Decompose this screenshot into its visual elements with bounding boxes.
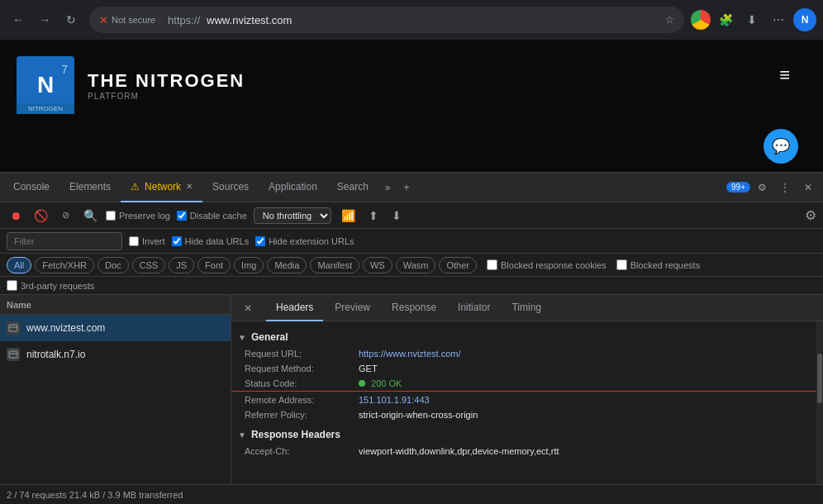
detail-tab-preview[interactable]: Preview — [325, 295, 380, 321]
request-item-0[interactable]: www.nviztest.com — [0, 315, 231, 341]
wifi-icon[interactable]: 📶 — [338, 207, 359, 224]
type-btn-doc[interactable]: Doc — [98, 257, 129, 273]
detail-tab-initiator[interactable]: Initiator — [448, 295, 500, 321]
invert-checkbox[interactable]: Invert — [129, 236, 165, 246]
not-secure-label: Not secure — [112, 15, 155, 25]
detail-row-accept-ch: Accept-Ch: viewport-width,downlink,dpr,d… — [231, 444, 823, 459]
devtools-more-icon[interactable]: ⋮ — [773, 176, 797, 199]
hamburger-menu[interactable]: ≡ — [779, 64, 790, 86]
network-toolbar: ⏺ 🚫 ⊘ 🔍 Preserve log Disable cache No th… — [0, 202, 823, 229]
type-btn-css[interactable]: CSS — [132, 257, 166, 273]
detail-row-status: Status Code: 200 OK — [231, 376, 823, 391]
browser-chrome: ← → ↻ ✕ Not secure | https:// www.nvizte… — [0, 0, 823, 40]
stop-button[interactable]: 🚫 — [31, 207, 50, 225]
extensions-icon[interactable]: 🧩 — [714, 8, 737, 31]
response-headers-section-header[interactable]: ▼ Response Headers — [231, 426, 823, 444]
status-bar-text: 2 / 74 requests 21.4 kB / 3.9 MB transfe… — [7, 490, 183, 500]
tab-application[interactable]: Application — [259, 173, 327, 202]
type-btn-other[interactable]: Other — [439, 257, 477, 273]
upload-icon[interactable]: ⬆ — [365, 207, 382, 224]
main-content: Name www.nviztest.com nitrotalk.n7.io ✕ — [0, 295, 823, 484]
details-close-button[interactable]: ✕ — [238, 298, 258, 318]
forward-button[interactable]: → — [33, 8, 56, 31]
third-party-checkbox[interactable]: 3rd-party requests — [7, 280, 94, 291]
type-btn-font[interactable]: Font — [197, 257, 231, 273]
profile-avatar[interactable]: N — [793, 8, 816, 31]
detail-label-remote: Remote Address: — [245, 395, 352, 405]
logo-letter: N — [37, 72, 54, 98]
tab-network[interactable]: ⚠ Network ✕ — [121, 173, 202, 202]
filter-input[interactable] — [7, 232, 122, 250]
bookmark-icon[interactable]: ☆ — [665, 14, 674, 26]
tab-search[interactable]: Search — [327, 173, 378, 202]
tab-console[interactable]: Console — [3, 173, 59, 202]
network-settings-icon[interactable]: ⚙ — [805, 207, 816, 223]
downloads-icon[interactable]: ⬇ — [740, 8, 764, 31]
refresh-button[interactable]: ↻ — [59, 8, 83, 31]
website-area: 7 N NITROGEN THE NITROGEN PLATFORM ≡ 💬 — [0, 40, 823, 172]
security-indicator: ✕ Not secure | — [99, 14, 161, 26]
tab-more-button[interactable]: » — [378, 182, 397, 193]
tab-add-button[interactable]: + — [397, 182, 416, 193]
requests-header: Name — [0, 295, 231, 315]
detail-row-url: Request URL: https://www.nviztest.com/ — [231, 346, 823, 361]
blocked-response-cookies-checkbox[interactable]: Blocked response cookies — [487, 259, 607, 270]
request-icon-0 — [7, 321, 20, 335]
back-button[interactable]: ← — [7, 8, 30, 31]
devtools-panel: Console Elements ⚠ Network ✕ Sources App… — [0, 172, 823, 504]
type-btn-wasm[interactable]: Wasm — [396, 257, 436, 273]
devtools-close-icon[interactable]: ✕ — [797, 176, 820, 199]
blocked-requests-checkbox[interactable]: Blocked requests — [616, 259, 700, 270]
detail-value-status: 200 OK — [359, 378, 402, 388]
hide-extension-urls-checkbox[interactable]: Hide extension URLs — [255, 236, 354, 246]
disable-cache-checkbox[interactable]: Disable cache — [177, 211, 247, 221]
type-btn-js[interactable]: JS — [169, 257, 194, 273]
company-name-block: THE NITROGEN PLATFORM — [88, 70, 245, 101]
details-content: ▼ General Request URL: https://www.nvizt… — [231, 321, 823, 484]
type-btn-fetch-xhr[interactable]: Fetch/XHR — [35, 257, 94, 273]
nav-buttons: ← → ↻ — [7, 8, 83, 31]
tab-elements[interactable]: Elements — [59, 173, 121, 202]
detail-value-referrer: strict-origin-when-cross-origin — [359, 410, 478, 420]
detail-value-remote[interactable]: 151.101.1.91:443 — [359, 395, 430, 405]
search-button[interactable]: 🔍 — [81, 207, 99, 225]
scroll-thumb — [817, 354, 822, 403]
type-btn-manifest[interactable]: Manifest — [310, 257, 359, 273]
detail-tab-headers[interactable]: Headers — [266, 295, 323, 321]
address-bar[interactable]: ✕ Not secure | https:// www.nviztest.com… — [89, 7, 684, 33]
chrome-logo — [691, 10, 711, 30]
devtools-settings-icon[interactable]: ⚙ — [750, 176, 773, 199]
svg-rect-0 — [9, 325, 17, 331]
chat-bubble-button[interactable]: 💬 — [764, 129, 798, 164]
detail-label-referrer: Referrer Policy: — [245, 410, 352, 420]
download-icon[interactable]: ⬇ — [388, 207, 405, 224]
details-panel: ✕ Headers Preview Response Initiator Tim… — [231, 295, 823, 484]
detail-row-remote-address: Remote Address: 151.101.1.91:443 — [231, 391, 823, 407]
company-header: 7 N NITROGEN THE NITROGEN PLATFORM ≡ — [0, 40, 823, 131]
detail-value-method: GET — [359, 364, 378, 373]
general-section-header[interactable]: ▼ General — [231, 328, 823, 346]
detail-value-url[interactable]: https://www.nviztest.com/ — [359, 349, 460, 359]
warning-icon: ⚠ — [131, 181, 140, 193]
request-name-1: nitrotalk.n7.io — [26, 349, 85, 360]
detail-tab-timing[interactable]: Timing — [502, 295, 551, 321]
company-logo: 7 N NITROGEN — [17, 56, 74, 114]
record-button[interactable]: ⏺ — [7, 207, 25, 225]
preserve-log-checkbox[interactable]: Preserve log — [106, 211, 170, 221]
type-btn-img[interactable]: Img — [234, 257, 264, 273]
hide-data-urls-checkbox[interactable]: Hide data URLs — [172, 236, 250, 246]
tab-network-close[interactable]: ✕ — [186, 182, 193, 191]
type-btn-ws[interactable]: WS — [363, 257, 392, 273]
tab-sources[interactable]: Sources — [202, 173, 259, 202]
type-btn-media[interactable]: Media — [267, 257, 307, 273]
detail-tab-response[interactable]: Response — [382, 295, 446, 321]
request-item-1[interactable]: nitrotalk.n7.io — [0, 341, 231, 368]
settings-icon[interactable]: ⋯ — [767, 8, 790, 31]
clear-button[interactable]: ⊘ — [56, 207, 74, 225]
type-btn-all[interactable]: All — [7, 257, 31, 273]
detail-label-method: Request Method: — [245, 364, 352, 373]
detail-label-status: Status Code: — [245, 378, 352, 388]
status-dot — [359, 380, 365, 387]
throttle-select[interactable]: No throttling Fast 3G Slow 3G Offline — [254, 207, 331, 224]
logo-superscript: 7 — [61, 63, 68, 76]
